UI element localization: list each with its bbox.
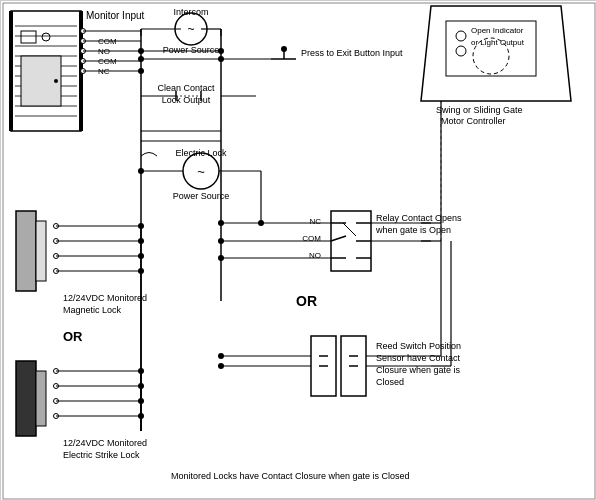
svg-point-125 <box>218 238 224 244</box>
svg-point-143 <box>218 363 224 369</box>
svg-text:Open Indicator: Open Indicator <box>471 26 524 35</box>
svg-text:Reed Switch Position: Reed Switch Position <box>376 341 461 351</box>
svg-point-56 <box>138 56 144 62</box>
svg-text:COM: COM <box>302 234 321 243</box>
svg-rect-75 <box>36 221 46 281</box>
wiring-diagram: Monitor Input COM NO COM NC ~ Intercom P… <box>0 0 596 500</box>
svg-text:Monitor Input: Monitor Input <box>86 10 145 21</box>
svg-point-126 <box>218 255 224 261</box>
svg-text:Sensor have Contact: Sensor have Contact <box>376 353 461 363</box>
svg-text:Swing or Sliding Gate: Swing or Sliding Gate <box>436 105 523 115</box>
svg-text:12/24VDC Monitored: 12/24VDC Monitored <box>63 293 147 303</box>
svg-point-18 <box>54 79 58 83</box>
svg-point-124 <box>218 220 224 226</box>
svg-text:or Light Output: or Light Output <box>471 38 525 47</box>
svg-text:Magnetic Lock: Magnetic Lock <box>63 305 122 315</box>
svg-text:NO: NO <box>309 251 321 260</box>
svg-rect-74 <box>16 211 36 291</box>
svg-point-142 <box>218 353 224 359</box>
svg-text:~: ~ <box>187 22 194 36</box>
svg-point-132 <box>258 220 264 226</box>
svg-point-57 <box>138 68 144 74</box>
svg-text:Power Source: Power Source <box>163 45 220 55</box>
svg-text:NC: NC <box>309 217 321 226</box>
svg-text:Electric Strike Lock: Electric Strike Lock <box>63 450 140 460</box>
svg-text:OR: OR <box>63 329 83 344</box>
svg-text:Electric Lock: Electric Lock <box>175 148 227 158</box>
svg-text:Press to Exit Button Input: Press to Exit Button Input <box>301 48 403 58</box>
svg-point-55 <box>138 48 144 54</box>
svg-text:12/24VDC Monitored: 12/24VDC Monitored <box>63 438 147 448</box>
svg-text:Motor Controller: Motor Controller <box>441 116 506 126</box>
svg-text:Power Source: Power Source <box>173 191 230 201</box>
svg-point-44 <box>281 46 287 52</box>
svg-text:Closed: Closed <box>376 377 404 387</box>
svg-text:when gate is Open: when gate is Open <box>375 225 451 235</box>
svg-text:Monitored Locks have Contact C: Monitored Locks have Contact Closure whe… <box>171 471 410 481</box>
svg-point-152 <box>456 46 466 56</box>
svg-text:Relay Contact Opens: Relay Contact Opens <box>376 213 462 223</box>
svg-text:~: ~ <box>197 164 205 179</box>
svg-point-58 <box>218 48 224 54</box>
svg-text:Clean Contact: Clean Contact <box>157 83 215 93</box>
svg-rect-92 <box>36 371 46 426</box>
svg-text:Intercom: Intercom <box>173 7 208 17</box>
svg-text:OR: OR <box>296 293 317 309</box>
svg-point-73 <box>138 168 144 174</box>
svg-point-59 <box>218 56 224 62</box>
svg-rect-91 <box>16 361 36 436</box>
svg-point-151 <box>456 31 466 41</box>
